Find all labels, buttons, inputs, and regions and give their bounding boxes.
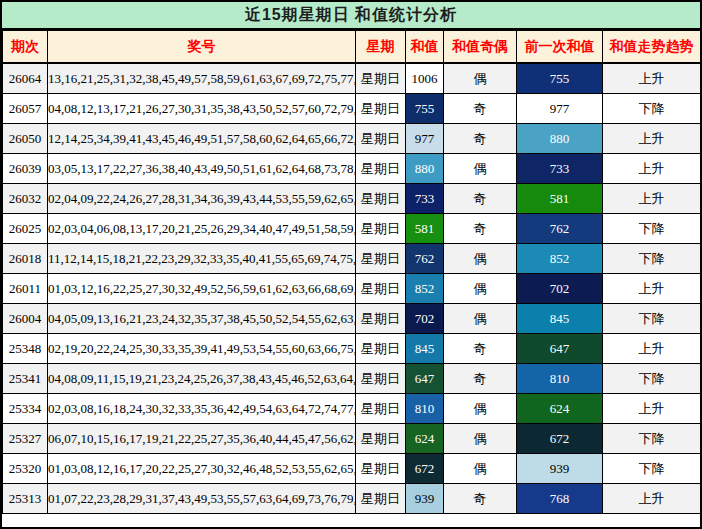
numbers-cell: 13,16,21,25,31,32,38,45,49,57,58,59,61,6… [48,63,356,94]
trend-cell: 上升 [603,334,701,364]
page-title: 近15期星期日 和值统计分析 [2,2,700,30]
sum-cell: 733 [406,184,444,214]
prev-sum-cell: 647 [517,334,603,364]
table-row: 2601101,03,12,16,22,25,27,30,32,49,52,56… [3,274,701,304]
parity-cell: 偶 [444,63,517,94]
numbers-cell: 01,07,22,23,28,29,31,37,43,49,53,55,57,6… [48,484,356,514]
trend-cell: 上升 [603,274,701,304]
sum-stats-panel: 近15期星期日 和值统计分析 期次 奖号 星期 和值 和值奇偶 前一次和值 和值… [0,0,702,529]
sum-cell: 647 [406,364,444,394]
sum-cell: 810 [406,394,444,424]
prev-sum-cell: 845 [517,304,603,334]
parity-cell: 偶 [444,154,517,184]
parity-cell: 偶 [444,424,517,454]
prev-sum-cell: 624 [517,394,603,424]
prev-sum-cell: 733 [517,154,603,184]
week-cell: 星期日 [356,214,406,244]
prev-sum-cell: 581 [517,184,603,214]
week-cell: 星期日 [356,304,406,334]
period-cell: 25320 [3,454,48,484]
sum-cell: 624 [406,424,444,454]
week-cell: 星期日 [356,334,406,364]
prev-sum-cell: 880 [517,124,603,154]
col-header-period: 期次 [3,31,48,64]
table-row: 2531301,07,22,23,28,29,31,37,43,49,53,55… [3,484,701,514]
trend-cell: 下降 [603,304,701,334]
parity-cell: 偶 [444,394,517,424]
week-cell: 星期日 [356,63,406,94]
numbers-cell: 03,05,13,17,22,27,36,38,40,43,49,50,51,6… [48,154,356,184]
table-row: 2600404,05,09,13,16,21,23,24,32,35,37,38… [3,304,701,334]
prev-sum-cell: 939 [517,454,603,484]
week-cell: 星期日 [356,484,406,514]
parity-cell: 奇 [444,334,517,364]
numbers-cell: 04,08,09,11,15,19,21,23,24,25,26,37,38,4… [48,364,356,394]
parity-cell: 奇 [444,484,517,514]
week-cell: 星期日 [356,154,406,184]
week-cell: 星期日 [356,274,406,304]
table-row: 2602502,03,04,06,08,13,17,20,21,25,26,29… [3,214,701,244]
col-header-sum: 和值 [406,31,444,64]
sum-cell: 1006 [406,63,444,94]
table-row: 2605704,08,12,13,17,21,26,27,30,31,35,38… [3,94,701,124]
week-cell: 星期日 [356,94,406,124]
sum-stats-table: 期次 奖号 星期 和值 和值奇偶 前一次和值 和值走势趋势 2606413,16… [2,30,701,514]
week-cell: 星期日 [356,364,406,394]
sum-cell: 581 [406,214,444,244]
sum-cell: 755 [406,94,444,124]
table-row: 2601811,12,14,15,18,21,22,23,29,32,33,35… [3,244,701,274]
numbers-cell: 02,03,08,16,18,24,30,32,33,35,36,42,49,5… [48,394,356,424]
period-cell: 26050 [3,124,48,154]
sum-cell: 977 [406,124,444,154]
table-row: 2606413,16,21,25,31,32,38,45,49,57,58,59… [3,63,701,94]
sum-cell: 880 [406,154,444,184]
period-cell: 26011 [3,274,48,304]
period-cell: 26004 [3,304,48,334]
col-header-trend: 和值走势趋势 [603,31,701,64]
trend-cell: 上升 [603,484,701,514]
parity-cell: 奇 [444,214,517,244]
trend-cell: 下降 [603,214,701,244]
table-row: 2532706,07,10,15,16,17,19,21,22,25,27,35… [3,424,701,454]
week-cell: 星期日 [356,184,406,214]
period-cell: 26039 [3,154,48,184]
trend-cell: 下降 [603,244,701,274]
period-cell: 25348 [3,334,48,364]
table-row: 2534104,08,09,11,15,19,21,23,24,25,26,37… [3,364,701,394]
numbers-cell: 01,03,12,16,22,25,27,30,32,49,52,56,59,6… [48,274,356,304]
numbers-cell: 02,03,04,06,08,13,17,20,21,25,26,29,34,4… [48,214,356,244]
period-cell: 26057 [3,94,48,124]
prev-sum-cell: 977 [517,94,603,124]
week-cell: 星期日 [356,424,406,454]
period-cell: 26064 [3,63,48,94]
sum-cell: 762 [406,244,444,274]
trend-cell: 下降 [603,424,701,454]
col-header-prev-sum: 前一次和值 [517,31,603,64]
prev-sum-cell: 768 [517,484,603,514]
week-cell: 星期日 [356,124,406,154]
header-row: 期次 奖号 星期 和值 和值奇偶 前一次和值 和值走势趋势 [3,31,701,64]
week-cell: 星期日 [356,244,406,274]
trend-cell: 上升 [603,154,701,184]
numbers-cell: 06,07,10,15,16,17,19,21,22,25,27,35,36,4… [48,424,356,454]
table-row: 2603202,04,09,22,24,26,27,28,31,34,36,39… [3,184,701,214]
period-cell: 26018 [3,244,48,274]
trend-cell: 下降 [603,454,701,484]
prev-sum-cell: 755 [517,63,603,94]
numbers-cell: 04,08,12,13,17,21,26,27,30,31,35,38,43,5… [48,94,356,124]
numbers-cell: 01,03,08,12,16,17,20,22,25,27,30,32,46,4… [48,454,356,484]
parity-cell: 奇 [444,124,517,154]
prev-sum-cell: 702 [517,274,603,304]
trend-cell: 上升 [603,124,701,154]
trend-cell: 上升 [603,184,701,214]
parity-cell: 偶 [444,274,517,304]
parity-cell: 奇 [444,94,517,124]
parity-cell: 偶 [444,304,517,334]
table-row: 2534802,19,20,22,24,25,30,33,35,39,41,49… [3,334,701,364]
trend-cell: 上升 [603,394,701,424]
sum-cell: 939 [406,484,444,514]
numbers-cell: 12,14,25,34,39,41,43,45,46,49,51,57,58,6… [48,124,356,154]
col-header-parity: 和值奇偶 [444,31,517,64]
col-header-week: 星期 [356,31,406,64]
table-row: 2532001,03,08,12,16,17,20,22,25,27,30,32… [3,454,701,484]
